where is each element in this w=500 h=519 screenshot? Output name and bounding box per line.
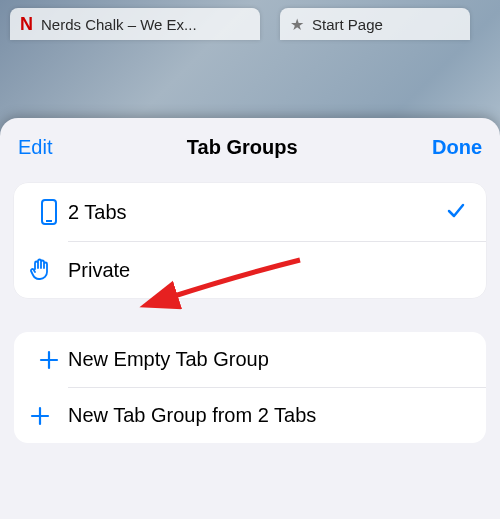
edit-button[interactable]: Edit	[18, 136, 52, 159]
background-tab-1[interactable]: N Nerds Chalk – We Ex...	[10, 8, 260, 40]
tab-groups-sheet: Edit Tab Groups Done 2 Tabs	[0, 118, 500, 519]
tab-groups-list: 2 Tabs Private	[14, 183, 486, 298]
star-icon: ★	[290, 15, 304, 34]
tab-group-actions: New Empty Tab Group New Tab Group from 2…	[14, 332, 486, 443]
new-tab-group-from-tabs-label: New Tab Group from 2 Tabs	[68, 404, 470, 427]
sheet-title: Tab Groups	[187, 136, 298, 159]
private-group-row[interactable]: Private	[68, 241, 486, 298]
viewport: N Nerds Chalk – We Ex... ★ Start Page Ed…	[0, 0, 500, 519]
new-tab-group-from-tabs-row[interactable]: New Tab Group from 2 Tabs	[68, 387, 486, 443]
checkmark-icon	[446, 200, 470, 225]
hand-icon	[14, 258, 68, 282]
private-group-label: Private	[68, 259, 470, 282]
favicon-letter: N	[20, 15, 33, 33]
new-empty-tab-group-label: New Empty Tab Group	[68, 348, 470, 371]
background-tab-2-title: Start Page	[312, 16, 383, 33]
plus-icon	[14, 406, 68, 426]
tabs-group-row[interactable]: 2 Tabs	[14, 183, 486, 241]
tabs-group-label: 2 Tabs	[68, 201, 446, 224]
background-tab-1-title: Nerds Chalk – We Ex...	[41, 16, 197, 33]
device-icon	[30, 199, 68, 225]
plus-icon	[30, 350, 68, 370]
done-button[interactable]: Done	[432, 136, 482, 159]
background-tab-2[interactable]: ★ Start Page	[280, 8, 470, 40]
background-tabs-row: N Nerds Chalk – We Ex... ★ Start Page	[0, 0, 500, 40]
sheet-header: Edit Tab Groups Done	[0, 118, 500, 183]
new-empty-tab-group-row[interactable]: New Empty Tab Group	[14, 332, 486, 387]
